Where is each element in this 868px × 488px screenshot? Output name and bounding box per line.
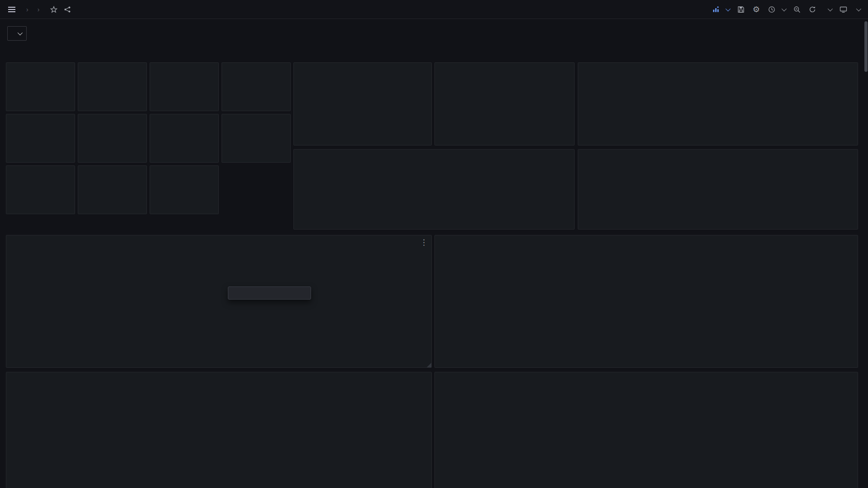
menu-toggle-button[interactable]	[8, 9, 15, 10]
panel-title[interactable]	[6, 372, 431, 376]
add-panel-button[interactable]	[712, 6, 729, 13]
panel-version-stat	[222, 62, 291, 111]
panel-menu-icon[interactable]: ⋮	[420, 239, 428, 246]
scrollbar-thumb[interactable]	[864, 21, 868, 72]
panel-primary-node-stat	[78, 62, 147, 111]
legend-table	[747, 250, 855, 365]
top-nav: › › ⚙	[0, 0, 868, 19]
node-domain-chart[interactable]	[439, 250, 747, 365]
panel-title[interactable]	[578, 63, 858, 66]
chevron-down-icon	[18, 30, 23, 35]
chevron-down-icon	[856, 6, 861, 11]
panel-title[interactable]	[6, 114, 75, 118]
panel-cluster-stat	[6, 62, 75, 111]
node-daemon-chart[interactable]	[10, 250, 321, 365]
cluster-health-gauge	[435, 76, 574, 143]
panel-osds-stat	[222, 114, 291, 163]
legend-table	[321, 250, 429, 365]
star-icon	[50, 6, 57, 13]
zoom-out-button[interactable]	[793, 6, 801, 13]
panel-title[interactable]	[435, 372, 858, 376]
save-dashboard-button[interactable]	[737, 6, 745, 13]
panel-osd-states	[434, 372, 858, 488]
share-button[interactable]	[64, 6, 71, 13]
chevron-down-icon	[828, 6, 833, 11]
panel-title[interactable]	[150, 114, 218, 118]
panel-snapshots-stat	[150, 165, 219, 214]
share-icon	[64, 6, 71, 13]
refresh-button[interactable]	[809, 6, 816, 13]
chevron-down-icon	[782, 6, 787, 11]
panel-volumes-stat	[78, 165, 147, 214]
panel-title[interactable]	[78, 114, 146, 118]
panel-title[interactable]	[435, 235, 858, 239]
chart-tooltip	[228, 286, 311, 300]
panel-title[interactable]	[294, 150, 574, 153]
refresh-interval-picker[interactable]	[824, 8, 831, 11]
panel-title[interactable]	[78, 63, 146, 66]
grafana-app: › › ⚙	[0, 0, 868, 488]
panel-title[interactable]	[6, 63, 75, 66]
osd-states-chart[interactable]	[439, 387, 747, 488]
panel-title[interactable]	[435, 63, 574, 66]
panel-cluster-health	[434, 62, 575, 145]
panel-cluster-faults	[293, 62, 432, 145]
panel-vms-stat	[78, 114, 147, 163]
node-health-history-chart[interactable]	[582, 164, 855, 226]
breadcrumb-separator: ›	[26, 6, 28, 13]
cluster-health-history-chart[interactable]	[582, 77, 855, 142]
panel-node-health	[293, 149, 575, 230]
panel-title[interactable]	[150, 166, 218, 169]
panel-title[interactable]	[6, 166, 75, 169]
monitor-icon	[840, 6, 847, 13]
dashboard-canvas: ⋮	[0, 19, 868, 488]
collapse-nav-button[interactable]	[855, 8, 860, 11]
panel-title[interactable]	[294, 63, 431, 66]
panel-pools-stat	[6, 165, 75, 214]
tv-mode-button[interactable]	[840, 6, 847, 13]
panel-node-health-history	[578, 149, 858, 230]
panel-title[interactable]	[222, 114, 290, 118]
variable-cluster-dropdown[interactable]	[7, 26, 27, 41]
hamburger-icon	[8, 9, 15, 10]
panel-title[interactable]	[78, 166, 146, 169]
favorite-star-button[interactable]	[50, 6, 57, 13]
time-range-picker[interactable]	[768, 6, 785, 13]
node-health-gauges	[294, 163, 574, 227]
add-chart-icon	[712, 6, 719, 13]
legend-table	[321, 387, 429, 488]
breadcrumb: › ›	[22, 6, 44, 13]
panel-vm-states	[6, 372, 432, 488]
panel-maintenance-stat	[150, 62, 219, 111]
gear-icon: ⚙	[753, 5, 760, 14]
panel-resize-handle[interactable]	[427, 363, 431, 367]
vm-states-chart[interactable]	[10, 387, 321, 488]
panel-title[interactable]	[6, 235, 431, 239]
save-icon	[737, 6, 745, 13]
panel-title[interactable]	[578, 150, 858, 153]
panel-cluster-health-history	[578, 62, 858, 145]
refresh-icon	[809, 6, 816, 13]
panel-node-daemon-states: ⋮	[6, 235, 432, 368]
zoom-out-icon	[793, 6, 801, 13]
panel-nodes-stat	[6, 114, 75, 163]
panel-node-domain-states	[434, 235, 858, 368]
chevron-down-icon	[726, 6, 731, 11]
dashboard-settings-button[interactable]: ⚙	[753, 5, 760, 14]
scrollbar[interactable]	[864, 19, 868, 488]
clock-icon	[768, 6, 775, 13]
panel-title[interactable]	[150, 63, 218, 66]
breadcrumb-separator: ›	[38, 6, 40, 13]
panel-title[interactable]	[222, 63, 290, 66]
legend-table	[747, 387, 855, 488]
panel-networks-stat	[150, 114, 219, 163]
